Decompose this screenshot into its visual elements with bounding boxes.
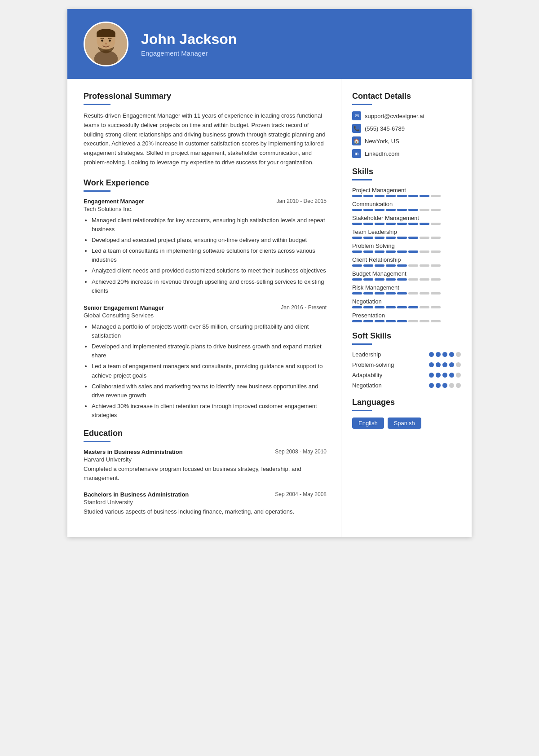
edu-2-degree: Bachelors in Business Administration [84,491,189,498]
skill-segment [397,320,407,322]
skill-segment [420,251,429,253]
skill-segment [375,237,384,239]
skill-dots [429,362,461,367]
skill-bar [352,251,461,253]
skill-dot [436,352,441,357]
summary-section: Professional Summary Results-driven Enga… [84,92,327,167]
skill-name: Communication [352,201,461,207]
skill-segment [408,264,418,267]
skill-item: Client Relationship [352,256,461,267]
skill-segment [397,251,407,253]
job-2-bullets: Managed a portfolio of projects worth ov… [84,322,327,420]
edu-2-date: Sep 2004 - May 2008 [275,491,327,497]
svg-point-5 [101,40,103,42]
skill-segment [408,292,418,294]
full-name: John Jackson [141,31,237,48]
skill-segment [431,306,441,308]
soft-skill-name: Problem-solving [352,361,394,368]
skill-segment [420,237,429,239]
contact-email: ✉ support@cvdesigner.ai [352,111,461,120]
skill-name: Client Relationship [352,256,461,263]
skill-segment [352,264,362,267]
skill-segment [408,278,418,281]
skill-bar [352,223,461,225]
skill-segment [420,320,429,322]
job-1-company: Tech Solutions Inc. [84,206,327,212]
skill-name: Problem Solving [352,242,461,249]
skill-dot [449,352,454,357]
skill-segment [363,264,373,267]
skill-segment [431,251,441,253]
skill-bar [352,320,461,322]
list-item: Achieved 30% increase in client retentio… [92,402,327,420]
contact-phone: 📞 (555) 345-6789 [352,124,461,133]
skill-dot [449,383,454,388]
phone-value: (555) 345-6789 [365,125,405,132]
email-icon: ✉ [352,111,361,120]
body-section: Professional Summary Results-driven Enga… [67,79,472,537]
skills-list: Project ManagementCommunicationStakehold… [352,187,461,322]
skill-segment [397,306,407,308]
skill-dot [456,352,461,357]
skill-segment [431,320,441,322]
skill-segment [397,237,407,239]
skill-bar [352,264,461,267]
skill-segment [386,320,396,322]
language-spanish: Spanish [388,418,421,429]
soft-skills-list: LeadershipProblem-solvingAdaptabilityNeg… [352,351,461,389]
list-item: Managed a portfolio of projects worth ov… [92,322,327,340]
skill-segment [363,223,373,225]
list-item: Led a team of consultants in implementin… [92,246,327,264]
skill-segment [420,278,429,281]
skill-segment [408,237,418,239]
linkedin-icon: in [352,149,361,158]
skill-segment [375,292,384,294]
skill-segment [386,195,396,197]
skill-dot [436,383,441,388]
svg-point-7 [105,43,107,45]
skill-dot [449,362,454,367]
skill-segment [431,278,441,281]
language-tags: English Spanish [352,418,461,429]
skill-segment [397,292,407,294]
skill-item: Project Management [352,187,461,197]
skill-bar [352,237,461,239]
skill-segment [352,320,362,322]
edu-2-header: Bachelors in Business Administration Sep… [84,491,327,498]
language-english: English [352,418,384,429]
list-item: Achieved 20% increase in revenue through… [92,277,327,295]
skill-dot [442,373,447,378]
skill-dots [429,383,461,388]
skill-name: Budget Management [352,270,461,277]
soft-skills-section: Soft Skills LeadershipProblem-solvingAda… [352,331,461,389]
skill-segment [420,195,429,197]
skill-segment [363,306,373,308]
skill-bar [352,195,461,197]
skill-segment [363,209,373,211]
skill-item: Negotiation [352,298,461,308]
skill-segment [397,209,407,211]
soft-skill-item: Adaptability [352,372,461,378]
skill-segment [408,306,418,308]
list-item: Led a team of engagement managers and co… [92,362,327,380]
phone-icon: 📞 [352,124,361,133]
job-1-title: Engagement Manager [84,198,144,205]
skill-name: Project Management [352,187,461,193]
skills-divider [352,179,372,180]
edu-2-school: Stanford University [84,499,327,505]
list-item: Managed client relationships for key acc… [92,216,327,234]
skill-segment [431,264,441,267]
skill-segment [363,195,373,197]
list-item: Developed and executed project plans, en… [92,236,327,245]
svg-rect-4 [97,33,115,37]
skill-segment [431,195,441,197]
work-section: Work Experience Engagement Manager Jan 2… [84,178,327,420]
skill-dot [456,362,461,367]
skill-segment [352,251,362,253]
soft-skill-item: Negotiation [352,382,461,389]
work-underline [84,190,110,192]
skill-segment [375,320,384,322]
skill-item: Communication [352,201,461,211]
summary-title: Professional Summary [84,92,327,101]
list-item: Collaborated with sales and marketing te… [92,382,327,400]
